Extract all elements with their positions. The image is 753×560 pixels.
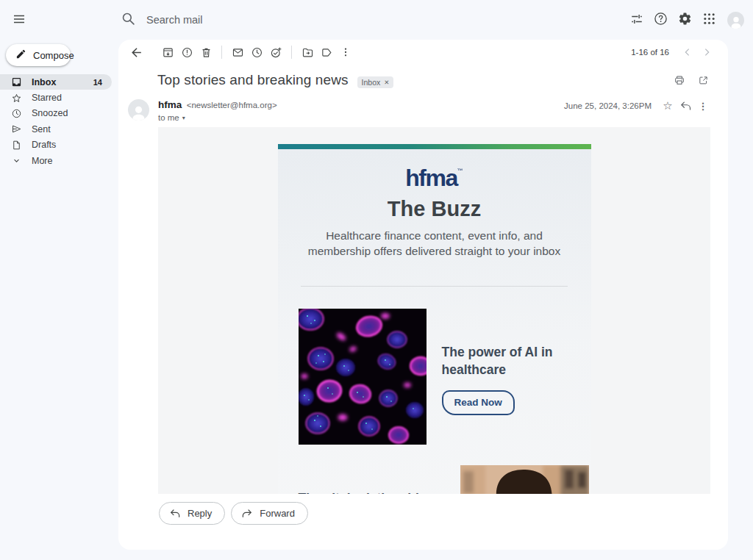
settings-button[interactable] <box>675 10 695 30</box>
chevron-down-icon <box>10 155 22 167</box>
toolbar-divider <box>291 46 292 59</box>
newsletter-title: The Buzz <box>278 197 591 221</box>
tune-icon <box>630 12 643 28</box>
message-more-button[interactable]: ⋮ <box>694 97 712 115</box>
forward-arrow-icon <box>241 508 253 520</box>
more-vert-icon: ⋮ <box>699 101 708 112</box>
task-add-icon <box>270 46 282 59</box>
star-icon <box>10 92 22 104</box>
back-button[interactable] <box>126 43 146 62</box>
sidebar-item-drafts[interactable]: Drafts <box>0 137 112 153</box>
toolbar-more-button[interactable] <box>336 43 355 62</box>
hfma-logo: hfma™ <box>278 149 591 192</box>
forward-label: Forward <box>260 508 295 519</box>
apps-button[interactable] <box>699 10 719 30</box>
sidebar-item-sent[interactable]: Sent <box>0 121 112 137</box>
sender-avatar[interactable] <box>128 99 149 121</box>
archive-icon <box>162 46 174 59</box>
sidebar-item-label: Inbox <box>32 77 56 87</box>
search-input[interactable]: Search mail <box>146 14 203 26</box>
star-outline-icon: ☆ <box>663 99 672 112</box>
email-subject: Top stories and breaking news <box>157 72 349 88</box>
sidebar-item-label: Sent <box>32 124 51 134</box>
search-icon <box>121 12 135 29</box>
subject-actions <box>671 71 712 89</box>
sidebar-nav: Inbox 14 Starred Snoozed Sent <box>0 74 118 168</box>
recipient-label: to me <box>158 113 179 122</box>
show-details-icon: ▾ <box>182 115 185 121</box>
arrow-left-icon <box>129 46 143 60</box>
email-view-card: 1-16 of 16 Top stories and breaking news… <box>118 40 728 550</box>
hamburger-icon <box>13 12 26 28</box>
sidebar-item-inbox[interactable]: Inbox 14 <box>0 74 112 90</box>
reply-icon-button[interactable] <box>677 97 694 115</box>
remove-label-icon[interactable]: ✕ <box>384 79 389 86</box>
search-options-button[interactable] <box>627 10 646 30</box>
message-reply-actions: Reply Forward <box>159 502 308 525</box>
report-spam-icon <box>181 46 193 59</box>
reply-arrow-icon <box>169 508 181 520</box>
reply-arrow-icon <box>679 100 692 112</box>
search-bar[interactable]: Search mail <box>121 9 203 31</box>
sender-address: <newsletter@hfma.org> <box>187 101 277 110</box>
sidebar-item-snoozed[interactable]: Snoozed <box>0 106 112 121</box>
snooze-button[interactable] <box>247 43 266 62</box>
sidebar-item-label: Starred <box>32 93 62 103</box>
newsletter: hfma™ The Buzz Healthcare finance conten… <box>278 144 591 494</box>
pagination-controls: 1-16 of 16 <box>631 43 716 62</box>
main-menu-button[interactable] <box>6 7 32 33</box>
sidebar-item-more[interactable]: More <box>0 153 112 168</box>
sidebar-item-label: More <box>32 156 52 166</box>
more-vert-icon <box>340 46 351 58</box>
message-actions: June 25, 2024, 3:26PM ☆ ⋮ <box>564 98 712 114</box>
clock-icon <box>10 107 22 119</box>
delete-button[interactable] <box>196 43 215 62</box>
pencil-icon <box>15 49 26 62</box>
apps-grid-icon <box>703 12 715 27</box>
article-text-column: The power of AI in healthcare Read Now <box>442 309 561 445</box>
compose-label: Compose <box>33 50 74 61</box>
newsletter-subtitle: Healthcare finance content, event info, … <box>304 229 565 259</box>
sidebar: Compose Inbox 14 Starred Snoozed <box>0 40 118 560</box>
forward-button[interactable]: Forward <box>231 502 308 525</box>
sidebar-item-starred[interactable]: Starred <box>0 90 112 105</box>
older-conversation-button[interactable] <box>697 43 716 62</box>
reply-button[interactable]: Reply <box>159 502 225 525</box>
inbox-icon <box>10 76 22 88</box>
sidebar-item-label: Drafts <box>32 140 56 150</box>
inbox-unread-count: 14 <box>93 78 102 87</box>
archive-button[interactable] <box>158 43 177 62</box>
email-toolbar: 1-16 of 16 <box>126 42 716 62</box>
folder-move-icon <box>301 46 314 59</box>
sender-row: hfma <newsletter@hfma.org> to me ▾ June … <box>128 98 712 122</box>
article-mds-clinical: The vital relationship between MDs and c… <box>278 465 591 494</box>
newsletter-gradient-bar <box>278 144 591 149</box>
show-details-control[interactable]: to me ▾ <box>158 113 277 122</box>
sidebar-item-label: Snoozed <box>32 108 68 118</box>
article-title: The power of AI in healthcare <box>442 343 561 378</box>
star-button[interactable]: ☆ <box>659 97 677 115</box>
account-avatar[interactable] <box>727 12 744 29</box>
article-ai-healthcare: The power of AI in healthcare Read Now <box>278 309 591 445</box>
doctor-portrait-image <box>460 465 589 494</box>
move-to-button[interactable] <box>298 43 317 62</box>
reply-label: Reply <box>188 508 212 519</box>
inbox-label-chip[interactable]: Inbox ✕ <box>357 76 394 88</box>
email-body: hfma™ The Buzz Healthcare finance conten… <box>158 127 710 494</box>
read-now-button[interactable]: Read Now <box>442 390 515 415</box>
labels-button[interactable] <box>317 43 336 62</box>
mark-unread-button[interactable] <box>228 43 247 62</box>
article-title: The vital relationship between MDs and c… <box>299 465 459 494</box>
compose-button[interactable]: Compose <box>6 44 71 66</box>
newer-conversation-button[interactable] <box>678 43 697 62</box>
open-in-new-button[interactable] <box>694 71 712 89</box>
label-tag-icon <box>321 46 333 59</box>
chevron-left-icon <box>682 46 693 58</box>
add-to-tasks-button[interactable] <box>266 43 285 62</box>
pagination-label: 1-16 of 16 <box>631 48 669 57</box>
report-spam-button[interactable] <box>177 43 196 62</box>
print-button[interactable] <box>671 71 688 89</box>
send-icon <box>10 123 22 135</box>
trash-icon <box>200 46 213 59</box>
help-button[interactable] <box>651 10 671 30</box>
